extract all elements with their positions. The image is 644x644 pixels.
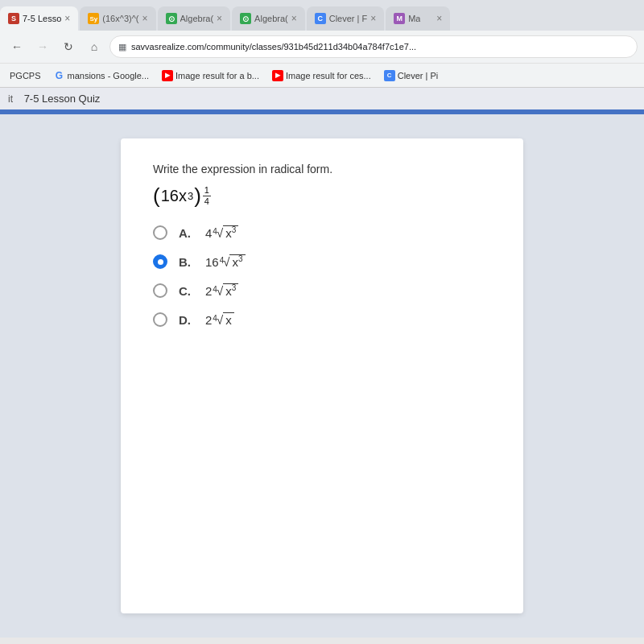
frac-numerator: 1 xyxy=(203,185,211,196)
option-d[interactable]: D. 24√x xyxy=(153,312,491,327)
option-a[interactable]: A. 44√x3 xyxy=(153,225,491,240)
options-list: A. 44√x3 B. 164√x3 C. xyxy=(153,225,491,327)
clever-icon: C xyxy=(384,70,395,81)
tab-icon-savvas: S xyxy=(8,13,19,24)
left-paren: ( xyxy=(153,185,160,206)
sup-b: 3 xyxy=(238,254,243,263)
radio-a[interactable] xyxy=(153,225,167,240)
option-b-label: B. xyxy=(179,255,191,269)
tab-icon-clever: C xyxy=(315,13,326,24)
option-a-label: A. xyxy=(179,226,191,240)
index-d: 4 xyxy=(213,314,217,323)
tab-label-6: Ma xyxy=(408,14,420,23)
google-icon: G xyxy=(54,70,65,81)
tab-clever[interactable]: C Clever | F × xyxy=(307,6,385,31)
back-button[interactable]: ← xyxy=(6,36,27,57)
page-title: 7-5 Lesson Quiz xyxy=(24,93,101,105)
tab-label-4: Algebra( xyxy=(254,14,288,23)
radicand-c: x3 xyxy=(223,283,238,298)
right-paren: ) xyxy=(194,185,201,206)
option-c[interactable]: C. 24√x3 xyxy=(153,283,491,298)
expr-exp-3: 3 xyxy=(188,190,193,202)
forward-button[interactable]: → xyxy=(32,36,53,57)
page-title-bar: it 7-5 Lesson Quiz xyxy=(0,88,644,111)
tab-close-4[interactable]: × xyxy=(291,13,297,24)
bookmark-label-image-ab: Image result for a b... xyxy=(175,71,259,80)
address-text: savvasrealize.com/community/classes/931b… xyxy=(131,42,416,52)
expr-frac: 1 4 xyxy=(203,185,211,205)
option-d-math: 24√x xyxy=(205,313,234,327)
index-b: 4 xyxy=(220,256,225,265)
index-c: 4 xyxy=(213,285,217,294)
bookmark-label-pgcps: PGCPS xyxy=(10,71,41,80)
frac-denominator: 4 xyxy=(203,196,211,206)
tab-bar: S 7-5 Lesso × Sy (16x^3)^( × ⊙ Algebra( … xyxy=(0,0,644,31)
main-content: Write the expression in radical form. ( … xyxy=(0,114,644,638)
option-c-math: 24√x3 xyxy=(205,283,238,298)
sup-c: 3 xyxy=(232,283,237,292)
bookmark-image-ab[interactable]: ▶ Image result for a b... xyxy=(159,68,262,83)
youtube-icon-2: ▶ xyxy=(272,70,283,81)
radio-b[interactable] xyxy=(153,254,167,269)
bookmark-label-google: mansions - Google... xyxy=(68,71,150,80)
tab-algebra2[interactable]: ⊙ Algebra( × xyxy=(232,6,305,31)
tab-close-6[interactable]: × xyxy=(436,13,442,24)
option-b-math: 164√x3 xyxy=(205,254,246,269)
tab-label-3: Algebra( xyxy=(180,14,214,23)
tab-icon-algebra1: ⊙ xyxy=(166,13,177,24)
bookmark-clever[interactable]: C Clever | Pi xyxy=(381,68,442,83)
bookmark-label-clever: Clever | Pi xyxy=(398,71,439,80)
option-b[interactable]: B. 164√x3 xyxy=(153,254,491,269)
option-c-label: C. xyxy=(179,284,191,298)
bookmarks-bar: PGCPS G mansions - Google... ▶ Image res… xyxy=(0,63,644,87)
bookmark-label-image-ces: Image result for ces... xyxy=(286,71,371,80)
tab-7-5-lesson[interactable]: S 7-5 Lesso × xyxy=(0,6,78,31)
tab-algebra1[interactable]: ⊙ Algebra( × xyxy=(158,6,231,31)
home-button[interactable]: ⌂ xyxy=(84,36,105,57)
radio-d[interactable] xyxy=(153,312,167,327)
index-a: 4 xyxy=(213,227,217,236)
tab-close-5[interactable]: × xyxy=(370,13,376,24)
tab-icon-ma: M xyxy=(394,13,405,24)
tab-label-5: Clever | F xyxy=(329,14,367,23)
tab-close-3[interactable]: × xyxy=(217,13,222,24)
quiz-card: Write the expression in radical form. ( … xyxy=(121,138,523,613)
bookmark-image-ces[interactable]: ▶ Image result for ces... xyxy=(269,68,374,83)
page-nav-label: it xyxy=(8,93,21,105)
tab-icon-sy: Sy xyxy=(88,13,99,24)
radicand-a: x3 xyxy=(223,225,238,240)
tab-sy[interactable]: Sy (16x^3)^( × xyxy=(80,6,155,31)
tab-close-1[interactable]: × xyxy=(64,13,70,24)
expr-base: 16x xyxy=(161,187,187,205)
radicand-d: x xyxy=(223,312,234,327)
question-instruction: Write the expression in radical form. xyxy=(153,163,491,175)
option-d-label: D. xyxy=(179,313,191,327)
reload-button[interactable]: ↻ xyxy=(58,36,79,57)
address-bar-row: ← → ↻ ⌂ ▦ savvasrealize.com/community/cl… xyxy=(0,31,644,63)
tab-label-2: (16x^3)^( xyxy=(102,14,138,23)
tab-label-1: 7-5 Lesso xyxy=(23,14,61,23)
radicand-b: x3 xyxy=(229,254,245,269)
tab-icon-algebra2: ⊙ xyxy=(240,13,251,24)
sup-a: 3 xyxy=(232,225,237,234)
bookmark-google[interactable]: G mansions - Google... xyxy=(51,68,153,83)
tab-ma[interactable]: M Ma × xyxy=(386,6,450,31)
page-security-icon: ▦ xyxy=(118,42,126,52)
youtube-icon-1: ▶ xyxy=(162,70,173,81)
radio-c[interactable] xyxy=(153,283,167,298)
quiz-expression: ( 16x 3 ) 1 4 xyxy=(153,185,491,206)
tab-close-2[interactable]: × xyxy=(142,13,148,24)
option-a-math: 44√x3 xyxy=(205,225,238,240)
bookmark-pgcps[interactable]: PGCPS xyxy=(6,69,44,82)
browser-chrome: S 7-5 Lesso × Sy (16x^3)^( × ⊙ Algebra( … xyxy=(0,0,644,88)
address-bar[interactable]: ▦ savvasrealize.com/community/classes/93… xyxy=(109,35,638,58)
radio-b-inner xyxy=(158,259,163,265)
